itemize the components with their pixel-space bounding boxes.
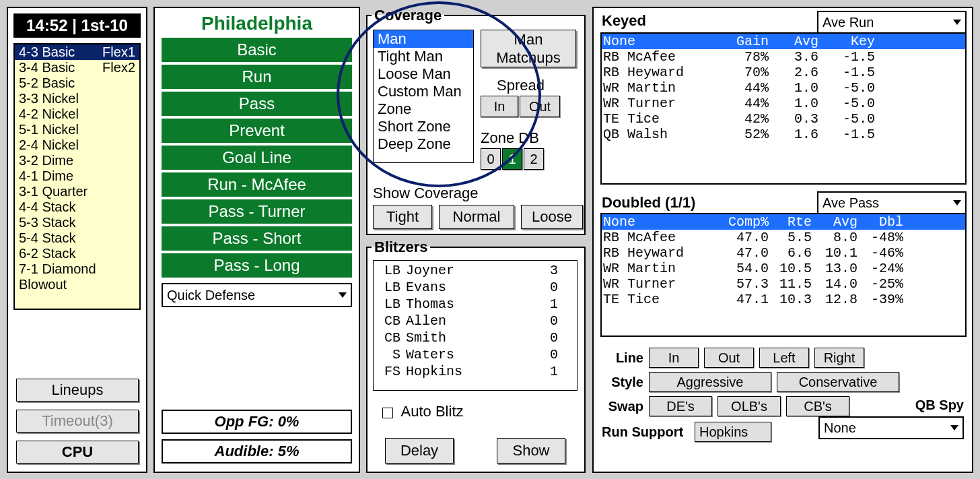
coverage-item[interactable]: Zone	[374, 100, 473, 118]
play-button[interactable]: Run	[162, 65, 352, 89]
quick-defense-label: Quick Defense	[167, 288, 339, 303]
blitzer-row[interactable]: LBJoyner3	[374, 262, 577, 279]
swap-olb-button[interactable]: OLB's	[718, 396, 781, 416]
formation-item[interactable]: 7-1 Diamond	[15, 261, 139, 277]
play-button[interactable]: Pass - Long	[162, 253, 352, 278]
swap-de-button[interactable]: DE's	[649, 396, 712, 416]
qb-spy-label: QB Spy	[915, 397, 964, 413]
coverage-legend: Coverage	[372, 7, 444, 24]
game-clock: 14:52 | 1st-10	[13, 13, 141, 38]
blitzers-legend: Blitzers	[372, 238, 430, 256]
formation-item[interactable]: 5-2 Basic	[15, 75, 139, 91]
keyed-dropdown[interactable]: Ave Run	[817, 11, 967, 34]
formation-item[interactable]: 4-2 Nickel	[15, 106, 139, 122]
coverage-normal-button[interactable]: Normal	[439, 205, 514, 229]
doubled-row[interactable]: TE Tice47.110.312.8-39%	[602, 292, 965, 307]
keyed-row[interactable]: WR Martin44%1.0-5.0	[602, 80, 965, 96]
lineups-button[interactable]: Lineups	[16, 379, 139, 402]
chevron-down-icon	[953, 20, 961, 25]
line-label: Line	[602, 350, 643, 366]
keyed-row[interactable]: WR Turner44%1.0-5.0	[602, 96, 965, 111]
doubled-row[interactable]: RB McAfee47.05.58.0-48%	[602, 230, 965, 245]
keyed-row[interactable]: RB McAfee78%3.6-1.5	[602, 49, 965, 65]
style-aggressive-button[interactable]: Aggressive	[649, 372, 771, 392]
doubled-row[interactable]: WR Turner57.311.514.0-25%	[602, 276, 965, 292]
qb-spy-select[interactable]: None	[818, 416, 964, 439]
formation-item[interactable]: Blowout	[15, 277, 139, 292]
auto-blitz-label: Auto Blitz	[401, 403, 464, 420]
cpu-button[interactable]: CPU	[16, 441, 139, 464]
blitzer-row[interactable]: LBThomas1	[374, 296, 577, 313]
formation-item[interactable]: 4-4 Stack	[15, 199, 139, 215]
blitzer-row[interactable]: CBAllen0	[374, 313, 577, 329]
style-label: Style	[602, 375, 643, 390]
coverage-item[interactable]: Loose Man	[374, 65, 473, 83]
coverage-item[interactable]: Custom Man	[374, 83, 473, 100]
formation-item[interactable]: 3-4 BasicFlex2	[15, 60, 139, 75]
coverage-item[interactable]: Deep Zone	[374, 135, 473, 153]
swap-label: Swap	[602, 399, 643, 414]
zone-db-0[interactable]: 0	[481, 148, 501, 170]
play-button[interactable]: Goal Line	[162, 146, 352, 170]
play-button[interactable]: Pass - Turner	[162, 199, 352, 224]
line-out-button[interactable]: Out	[704, 348, 754, 368]
formation-item[interactable]: 4-1 Dime	[15, 168, 139, 184]
chevron-down-icon	[953, 200, 961, 205]
doubled-header: None Comp% Rte Avg Dbl	[602, 214, 965, 230]
formation-item[interactable]: 3-2 Dime	[15, 153, 139, 168]
keyed-title: Keyed	[602, 12, 646, 30]
formation-item[interactable]: 6-2 Stack	[15, 246, 139, 261]
line-left-button[interactable]: Left	[759, 348, 809, 368]
blitz-delay-button[interactable]: Delay	[385, 438, 454, 464]
keyed-row[interactable]: TE Tice42%0.3-5.0	[602, 111, 965, 127]
coverage-item[interactable]: Short Zone	[374, 118, 473, 135]
blitzers-list[interactable]: LBJoyner3LBEvans0LBThomas1CBAllen0CBSmit…	[373, 260, 578, 391]
coverage-loose-button[interactable]: Loose	[521, 205, 583, 229]
coverage-item[interactable]: Man	[374, 30, 473, 48]
formation-item[interactable]: 5-4 Stack	[15, 230, 139, 246]
timeout-button[interactable]: Timeout(3)	[16, 410, 139, 433]
spread-label: Spread	[497, 77, 545, 94]
show-coverage-label: Show Coverage	[373, 185, 479, 202]
doubled-row[interactable]: WR Martin54.010.513.0-24%	[602, 261, 965, 276]
line-right-button[interactable]: Right	[814, 348, 864, 368]
formations-list[interactable]: 4-3 BasicFlex13-4 BasicFlex25-2 Basic3-3…	[13, 43, 141, 310]
swap-cb-button[interactable]: CB's	[786, 396, 849, 416]
coverage-list[interactable]: ManTight ManLoose ManCustom ManZoneShort…	[373, 30, 474, 163]
man-matchups-button[interactable]: Man Matchups	[481, 30, 576, 67]
formation-item[interactable]: 3-1 Quarter	[15, 184, 139, 199]
formation-item[interactable]: 3-3 Nickel	[15, 91, 139, 106]
blitzer-row[interactable]: LBEvans0	[374, 279, 577, 296]
play-button[interactable]: Pass	[162, 92, 352, 116]
play-button[interactable]: Prevent	[162, 119, 352, 143]
coverage-tight-button[interactable]: Tight	[373, 205, 432, 229]
formation-item[interactable]: 5-3 Stack	[15, 215, 139, 230]
keyed-row[interactable]: RB Heyward70%2.6-1.5	[602, 65, 965, 80]
auto-blitz-checkbox[interactable]	[382, 408, 393, 418]
blitzer-row[interactable]: CBSmith0	[374, 329, 577, 346]
zone-db-label: Zone DB	[481, 129, 539, 147]
zone-db-2[interactable]: 2	[524, 148, 544, 170]
doubled-dropdown[interactable]: Ave Pass	[817, 191, 967, 214]
play-button[interactable]: Pass - Short	[162, 226, 352, 251]
chevron-down-icon	[339, 292, 347, 298]
play-button[interactable]: Basic	[162, 38, 352, 62]
run-support-value[interactable]: Hopkins	[695, 422, 771, 442]
keyed-row[interactable]: QB Walsh52%1.6-1.5	[602, 127, 965, 142]
formation-item[interactable]: 5-1 Nickel	[15, 122, 139, 137]
spread-in-button[interactable]: In	[481, 96, 518, 117]
zone-db-1[interactable]: 1	[502, 148, 522, 170]
line-in-button[interactable]: In	[649, 348, 699, 368]
blitz-show-button[interactable]: Show	[497, 438, 565, 464]
quick-defense-select[interactable]: Quick Defense	[162, 283, 352, 307]
blitzer-row[interactable]: SWaters0	[374, 346, 577, 363]
formation-item[interactable]: 4-3 BasicFlex1	[15, 44, 139, 60]
formation-item[interactable]: 2-4 Nickel	[15, 137, 139, 153]
doubled-row[interactable]: RB Heyward47.06.610.1-46%	[602, 245, 965, 261]
spread-out-button[interactable]: Out	[520, 96, 560, 117]
opp-fg-readout: Opp FG: 0%	[162, 410, 352, 434]
play-button[interactable]: Run - McAfee	[162, 172, 352, 197]
style-conservative-button[interactable]: Conservative	[777, 372, 899, 392]
coverage-item[interactable]: Tight Man	[374, 48, 473, 65]
blitzer-row[interactable]: FSHopkins1	[374, 363, 577, 380]
